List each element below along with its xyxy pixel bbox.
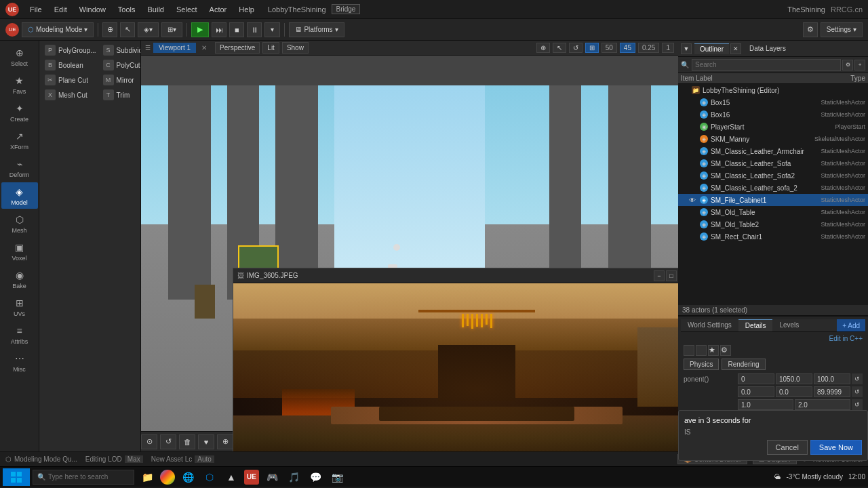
vp-delete-btn[interactable]: 🗑 <box>179 434 195 449</box>
loc-y-input[interactable] <box>779 375 809 383</box>
play-button[interactable]: ▶ <box>191 22 209 37</box>
location-y[interactable] <box>776 373 812 384</box>
toolbar-dropdown-3[interactable]: ⊞▾ <box>161 22 182 37</box>
taskbar-vscode[interactable]: ⬡ <box>199 468 220 486</box>
reset-location-btn[interactable]: ↺ <box>852 373 863 384</box>
perspective-btn[interactable]: Perspective <box>215 42 260 54</box>
list-item[interactable]: 📁 LobbyTheShining (Editor) <box>678 84 868 96</box>
add-component-btn[interactable]: + Add <box>837 319 865 331</box>
world-settings-tab[interactable]: World Settings <box>681 319 738 331</box>
polycut-btn[interactable]: C PolyCut <box>100 58 141 72</box>
data-layers-tab[interactable]: Data Layers <box>744 43 791 54</box>
search-input[interactable] <box>692 59 841 71</box>
taskbar-figma[interactable]: ▲ <box>221 468 241 486</box>
vp-add-btn[interactable]: ⊕ <box>217 434 233 449</box>
viewport-tab[interactable]: Viewport 1 <box>153 43 196 53</box>
trim-btn[interactable]: T Trim <box>100 88 141 102</box>
settings-icon[interactable]: ⚙ <box>803 22 818 37</box>
list-item[interactable]: ◈ SM_Classic_Leather_Sofa2 StaticMeshAct… <box>678 169 868 182</box>
outliner-tab[interactable]: Outliner <box>694 43 729 54</box>
toolbar-icon-1[interactable]: UE <box>5 23 19 37</box>
taskbar-search-input[interactable] <box>48 473 130 481</box>
loc-x-input[interactable] <box>741 375 771 383</box>
save-now-button[interactable]: Save Now <box>810 440 862 451</box>
subdivide-btn[interactable]: S Subdivide <box>100 43 141 57</box>
rot-y-input[interactable] <box>779 388 809 396</box>
toolbar-icon-move[interactable]: ↖ <box>120 22 135 37</box>
stop-btn[interactable]: ■ <box>229 22 244 37</box>
sidebar-item-uvs[interactable]: ⊞ UVs <box>1 293 38 320</box>
rot-x-input[interactable] <box>741 388 771 396</box>
vp-icon-rotate[interactable]: ↺ <box>569 43 583 53</box>
cancel-button[interactable]: Cancel <box>767 440 808 451</box>
scale-x-input[interactable] <box>741 401 790 409</box>
rot-x[interactable] <box>738 386 774 397</box>
rot-z-input[interactable] <box>817 388 847 396</box>
scale-y-input[interactable] <box>798 401 847 409</box>
detail-icon-3[interactable]: ★ <box>708 345 719 356</box>
show-btn[interactable]: Show <box>282 42 309 54</box>
rot-y[interactable] <box>776 386 812 397</box>
list-item[interactable]: ◈ SKM_Manny SkeletalMeshActor <box>678 133 868 145</box>
viewport-close[interactable]: ✕ <box>201 44 207 52</box>
taskbar-app9[interactable]: 💬 <box>305 468 326 486</box>
levels-tab[interactable]: Levels <box>772 319 806 331</box>
sidebar-item-select[interactable]: ⊕ Select <box>1 43 38 70</box>
preview-minimize[interactable]: − <box>654 270 665 281</box>
physics-btn[interactable]: Physics <box>684 359 719 370</box>
detail-icon-2[interactable] <box>696 345 707 356</box>
viewport-menu-icon[interactable]: ☰ <box>145 45 151 52</box>
list-item[interactable]: ◈ SM_Old_Table StaticMeshActor <box>678 206 868 218</box>
menu-help[interactable]: Help <box>233 4 260 15</box>
taskbar-app7[interactable]: 🎮 <box>262 468 282 486</box>
scale-y[interactable] <box>795 399 850 410</box>
platforms-dropdown[interactable]: 🖥 Platforms ▾ <box>289 22 344 37</box>
sidebar-item-misc[interactable]: ⋯ Misc <box>1 349 38 375</box>
list-item[interactable]: ◈ Box16 StaticMeshActor <box>678 108 868 121</box>
sidebar-item-favs[interactable]: ★ Favs <box>1 71 38 98</box>
detail-icon-4[interactable]: ⚙ <box>720 345 731 356</box>
toolbar-dropdown-2[interactable]: ◈▾ <box>138 22 159 37</box>
outliner-filter-btn[interactable]: ▼ <box>681 43 692 54</box>
boolean-btn[interactable]: B Boolean <box>42 58 99 72</box>
mirror-btn[interactable]: M Mirror <box>100 73 141 87</box>
taskbar-ue5[interactable]: UE <box>244 470 259 485</box>
list-item[interactable]: ◈ SM_Rect_Chair1 StaticMeshActor <box>678 230 868 243</box>
skip-forward[interactable]: ⏭ <box>212 22 226 37</box>
detail-icon-1[interactable] <box>684 345 694 356</box>
menu-window[interactable]: Window <box>74 4 111 15</box>
pause-btn[interactable]: ⏸ <box>247 22 262 37</box>
vp-fav-btn[interactable]: ♥ <box>198 434 214 449</box>
details-tab[interactable]: Details <box>738 319 773 331</box>
edit-cpp-link[interactable]: Edit in C++ <box>829 335 863 342</box>
reset-rot-btn[interactable]: ↺ <box>852 386 863 397</box>
vp-icon-move[interactable]: ↖ <box>553 43 566 53</box>
loc-z-input[interactable] <box>817 375 847 383</box>
taskbar-app8[interactable]: 🎵 <box>283 468 304 486</box>
location-x[interactable] <box>738 373 774 384</box>
taskbar-chrome[interactable] <box>160 470 175 485</box>
sidebar-item-model[interactable]: ◈ Model <box>1 182 38 209</box>
menu-tools[interactable]: Tools <box>113 4 141 15</box>
list-item[interactable]: ◈ SM_Classic_Leather_sofa_2 StaticMeshAc… <box>678 182 868 194</box>
planecut-btn[interactable]: ✂ Plane Cut <box>42 73 99 87</box>
preview-maximize[interactable]: □ <box>666 270 677 281</box>
mode-dropdown[interactable]: ⬡ Modeling Mode ▾ <box>22 22 94 37</box>
sidebar-item-xform[interactable]: ↗ XForm <box>1 127 38 153</box>
list-item[interactable]: ◈ SM_Classic_Leather_Sofa StaticMeshActo… <box>678 157 868 169</box>
sidebar-item-mesh[interactable]: ⬡ Mesh <box>1 210 38 237</box>
list-item[interactable]: ◈ Box15 StaticMeshActor <box>678 96 868 108</box>
windows-start-btn[interactable] <box>3 468 30 486</box>
list-item[interactable]: ◈ SM_Old_Table2 StaticMeshActor <box>678 218 868 230</box>
rendering-btn[interactable]: Rendering <box>722 359 765 370</box>
rot-z[interactable] <box>814 386 850 397</box>
vp-icon-select[interactable]: ⊕ <box>536 43 550 53</box>
vp-snap-btn[interactable]: ⊙ <box>141 434 157 449</box>
taskbar-search[interactable]: 🔍 <box>33 470 134 485</box>
transform-select[interactable]: ⊕ <box>102 22 117 37</box>
list-item[interactable]: ◈ SM_Classic_Leather_Armchair StaticMesh… <box>678 145 868 157</box>
outliner-options-btn[interactable]: ⚙ <box>842 60 853 70</box>
vp-undo-btn[interactable]: ↺ <box>160 434 176 449</box>
sidebar-item-deform[interactable]: ⌁ Deform <box>1 155 38 181</box>
sidebar-item-create[interactable]: ✦ Create <box>1 99 38 125</box>
